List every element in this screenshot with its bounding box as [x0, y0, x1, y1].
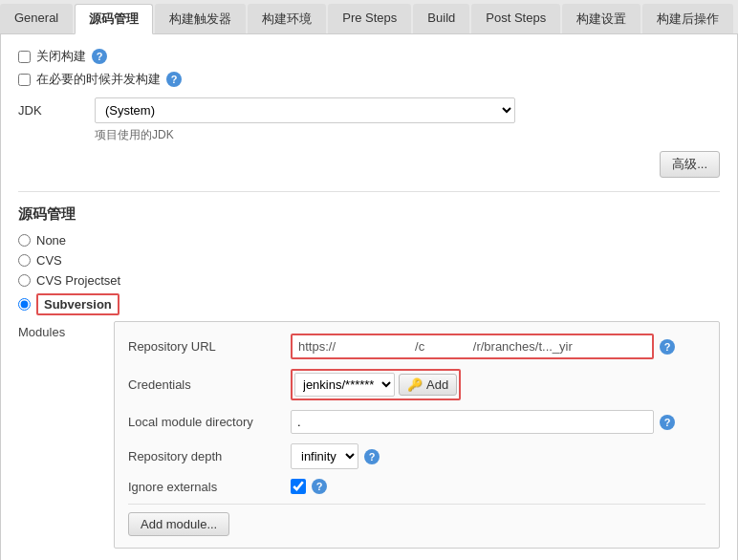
close-build-label: 关闭构建 [36, 48, 86, 65]
subversion-selected-box: Subversion [36, 293, 119, 315]
add-credentials-label: Add [426, 377, 448, 392]
top-section: 关闭构建 ? 在必要的时候并发构建 ? JDK (System) 项目使用的JD… [18, 48, 720, 192]
none-radio[interactable] [18, 234, 31, 247]
ignore-externals-help-icon[interactable]: ? [312, 479, 327, 494]
close-build-row: 关闭构建 ? [18, 48, 720, 65]
add-module-button[interactable]: Add module... [128, 512, 229, 536]
jdk-select[interactable]: (System) [95, 97, 515, 123]
repo-url-input[interactable] [291, 334, 654, 359]
add-credentials-button[interactable]: 🔑 Add [399, 374, 457, 396]
cvs-radio-row: CVS [18, 253, 720, 268]
ignore-externals-row: Ignore externals ? [128, 479, 705, 494]
local-module-value: ? [291, 410, 705, 434]
concurrent-build-label: 在必要的时候并发构建 [36, 71, 161, 88]
cvs-projectset-label: CVS Projectset [36, 273, 120, 288]
local-module-label: Local module directory [128, 415, 291, 429]
modules-area: Modules Repository URL ? Credentials [18, 321, 720, 549]
cvs-projectset-radio[interactable] [18, 274, 31, 287]
tab-presteps[interactable]: Pre Steps [328, 4, 411, 33]
repo-depth-select[interactable]: infinity [291, 443, 358, 469]
scm-title: 源码管理 [18, 205, 720, 224]
concurrent-build-help-icon[interactable]: ? [166, 72, 182, 87]
jdk-row: JDK (System) [18, 97, 720, 123]
local-module-input[interactable] [291, 410, 654, 434]
close-build-checkbox[interactable] [18, 51, 31, 63]
subversion-radio[interactable] [18, 298, 31, 311]
tab-source[interactable]: 源码管理 [75, 4, 153, 34]
credentials-select[interactable]: jenkins/****** [294, 373, 395, 397]
tab-poststeps[interactable]: Post Steps [471, 4, 560, 33]
repo-url-help-icon[interactable]: ? [660, 339, 675, 355]
ignore-externals-value: ? [291, 479, 705, 494]
advanced-button[interactable]: 高级... [660, 151, 720, 178]
credentials-wrap: jenkins/****** 🔑 Add [291, 369, 461, 400]
tab-buildsettings[interactable]: 构建设置 [562, 4, 640, 33]
tab-general[interactable]: General [0, 4, 73, 33]
concurrent-build-checkbox[interactable] [18, 74, 31, 86]
tab-bar: General 源码管理 构建触发器 构建环境 Pre Steps Build … [0, 0, 738, 34]
advanced-btn-row: 高级... [18, 151, 720, 178]
main-content: 关闭构建 ? 在必要的时候并发构建 ? JDK (System) 项目使用的JD… [0, 34, 738, 560]
local-module-help-icon[interactable]: ? [660, 415, 675, 430]
repo-depth-help-icon[interactable]: ? [364, 449, 380, 464]
repo-url-row: Repository URL ? [128, 334, 705, 359]
close-build-help-icon[interactable]: ? [92, 49, 107, 64]
subversion-radio-row: Subversion [18, 293, 720, 315]
cvs-label: CVS [36, 253, 62, 268]
cvs-radio[interactable] [18, 254, 31, 267]
credentials-value: jenkins/****** 🔑 Add [291, 369, 705, 400]
modules-label: Modules [18, 321, 114, 549]
jdk-label: JDK [18, 103, 95, 118]
repo-depth-row: Repository depth infinity ? [128, 443, 705, 469]
credentials-row: Credentials jenkins/****** 🔑 Add [128, 369, 705, 400]
concurrent-build-row: 在必要的时候并发构建 ? [18, 71, 720, 88]
tab-env[interactable]: 构建环境 [248, 4, 326, 33]
key-icon: 🔑 [407, 377, 423, 392]
credentials-label: Credentials [128, 377, 291, 392]
repo-depth-label: Repository depth [128, 449, 291, 463]
repo-url-value: ? [291, 334, 705, 359]
ignore-externals-label: Ignore externals [128, 480, 291, 494]
jdk-select-wrap: (System) [95, 97, 515, 123]
repo-url-label: Repository URL [128, 339, 291, 354]
cvs-projectset-radio-row: CVS Projectset [18, 273, 720, 288]
subversion-label: Subversion [44, 297, 112, 312]
tab-build[interactable]: Build [413, 4, 469, 33]
repo-depth-value: infinity ? [291, 443, 705, 469]
tab-triggers[interactable]: 构建触发器 [155, 4, 246, 33]
modules-detail: Repository URL ? Credentials jenkins/***… [114, 321, 720, 549]
local-module-row: Local module directory ? [128, 410, 705, 434]
tab-postbuild[interactable]: 构建后操作 [642, 4, 733, 33]
add-module-btn-row: Add module... [128, 504, 705, 536]
none-label: None [36, 233, 66, 248]
jdk-hint: 项目使用的JDK [95, 127, 720, 143]
ignore-externals-checkbox[interactable] [291, 479, 306, 494]
none-radio-row: None [18, 233, 720, 248]
scm-section: 源码管理 None CVS CVS Projectset Subversion … [18, 205, 720, 549]
